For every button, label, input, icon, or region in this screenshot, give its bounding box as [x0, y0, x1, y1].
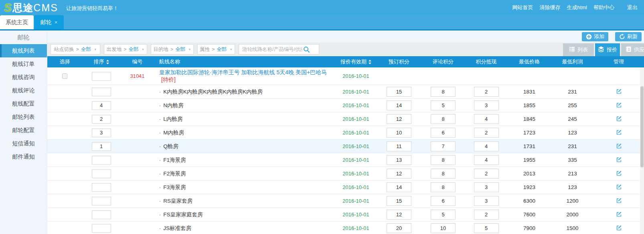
sort-order-input[interactable] [92, 197, 111, 206]
cell-sort [82, 101, 120, 110]
scrollbar-thumb[interactable] [640, 86, 644, 167]
cell-booking-points [377, 223, 421, 233]
booking-points-input[interactable] [387, 169, 411, 179]
product-title-link[interactable]: 皇家加勒比国际游轮·海洋帝王号 加勒比海航线 5天4晚 美国+巴哈马 [159, 69, 327, 75]
edit-button[interactable] [615, 169, 623, 179]
tab-system-home[interactable]: 系统主页 [0, 15, 34, 29]
review-points-input[interactable] [431, 155, 456, 165]
filter-destination[interactable]: 目的地>全部▼ [151, 44, 194, 55]
review-points-input[interactable] [431, 210, 456, 220]
header-link-logout[interactable]: 退出 [627, 4, 638, 11]
booking-points-input[interactable] [387, 114, 411, 124]
header-link-generate-html[interactable]: 生成html [567, 4, 587, 11]
column-header-sort[interactable]: 排序 [82, 58, 120, 65]
edit-button[interactable] [615, 196, 623, 206]
booking-points-input[interactable] [387, 196, 411, 206]
sort-order-input[interactable] [92, 101, 111, 110]
header-link-site-home[interactable]: 网站首页 [512, 4, 533, 11]
review-points-input[interactable] [431, 182, 456, 192]
booking-points-input[interactable] [387, 141, 411, 151]
review-points-input[interactable] [431, 87, 456, 97]
points-cash-input[interactable] [474, 223, 499, 233]
booking-points-input[interactable] [387, 155, 411, 165]
booking-points-input[interactable] [387, 87, 411, 97]
edit-button[interactable] [615, 142, 623, 151]
points-cash-input[interactable] [474, 210, 499, 220]
review-points-input[interactable] [431, 196, 456, 206]
tab-cruise[interactable]: 邮轮× [34, 15, 64, 29]
review-points-input[interactable] [431, 223, 456, 233]
filter-site[interactable]: 站点切换>全部▼ [51, 44, 100, 55]
points-cash-input[interactable] [474, 141, 499, 151]
sort-arrows-icon[interactable] [106, 60, 109, 64]
brand-logo[interactable]: S 思途 CMS [4, 1, 58, 14]
points-cash-input[interactable] [474, 100, 499, 110]
sort-arrows-icon[interactable] [369, 60, 371, 64]
sidebar-item-route-orders[interactable]: 航线订单 [0, 57, 47, 71]
review-points-input[interactable] [431, 114, 456, 124]
column-header-review_points: 评论积分 [421, 58, 465, 65]
points-cash-input[interactable] [474, 182, 499, 192]
column-header-valid_date[interactable]: 报价有效期 [335, 58, 377, 65]
booking-points-input[interactable] [387, 182, 411, 192]
edit-button[interactable] [615, 183, 623, 192]
sort-order-input[interactable] [92, 183, 111, 192]
booking-points-input[interactable] [387, 210, 411, 220]
review-points-input[interactable] [431, 128, 456, 138]
points-cash-input[interactable] [474, 128, 499, 138]
view-toggle-quote[interactable]: 报价 [595, 43, 620, 56]
booking-points-input[interactable] [387, 100, 411, 110]
review-points-input[interactable] [431, 141, 456, 151]
main-panel: 添加 刷新 站点切换>全部▼出发地>全部▼目的地>全部▼属性>全部▼ 列表报价供… [47, 31, 644, 234]
sort-order-input[interactable] [92, 142, 111, 151]
edit-button[interactable] [615, 114, 623, 124]
points-cash-input[interactable] [474, 196, 499, 206]
filter-attribute[interactable]: 属性>全部▼ [197, 44, 235, 55]
sidebar-item-route-list[interactable]: 航线列表 [0, 44, 47, 57]
sort-order-input[interactable] [92, 156, 111, 165]
sidebar-item-route-comments[interactable]: 航线评论 [0, 84, 47, 97]
edit-button[interactable] [615, 224, 623, 233]
search-input[interactable] [239, 47, 303, 52]
sidebar-item-cruise-config[interactable]: 邮轮配置 [0, 124, 47, 137]
sidebar-item-sms-notice[interactable]: 短信通知 [0, 137, 47, 150]
header-link-clear-cache[interactable]: 清除缓存 [539, 4, 560, 11]
sort-order-input[interactable] [92, 169, 111, 178]
sort-order-input[interactable] [92, 115, 111, 124]
sidebar-item-email-notice[interactable]: 邮件通知 [0, 150, 47, 163]
sidebar-item-cruise-list[interactable]: 邮轮列表 [0, 110, 47, 124]
view-toggle-supplier[interactable]: 供应商 [621, 43, 644, 56]
column-header-booking_points: 预订积分 [377, 58, 421, 65]
sidebar-item-route-inquiries[interactable]: 航线咨询 [0, 71, 47, 84]
cabin-name: JS标准套房 [163, 225, 191, 231]
refresh-button[interactable]: 刷新 [615, 32, 642, 41]
row-checkbox[interactable] [62, 73, 67, 79]
points-cash-input[interactable] [474, 155, 499, 165]
sort-order-input[interactable] [92, 224, 111, 233]
booking-points-input[interactable] [387, 128, 411, 138]
edit-button[interactable] [615, 101, 623, 110]
sort-order-input[interactable] [92, 72, 111, 81]
cell-points-cash [465, 223, 507, 233]
header-link-help-center[interactable]: 帮助中心 [593, 4, 614, 11]
vertical-scrollbar[interactable] [640, 67, 644, 234]
sort-order-input[interactable] [92, 128, 111, 137]
sort-order-input[interactable] [92, 210, 111, 219]
review-points-input[interactable] [431, 100, 456, 110]
booking-points-input[interactable] [387, 223, 411, 233]
edit-button[interactable] [615, 87, 623, 97]
sort-order-input[interactable] [92, 87, 111, 96]
edit-button[interactable] [615, 155, 623, 165]
view-toggle-list[interactable]: 列表 [563, 43, 594, 56]
points-cash-input[interactable] [474, 114, 499, 124]
review-points-input[interactable] [431, 169, 456, 179]
edit-button[interactable] [615, 210, 623, 220]
close-icon[interactable]: × [55, 20, 58, 25]
search-icon[interactable] [303, 46, 310, 53]
points-cash-input[interactable] [474, 87, 499, 97]
points-cash-input[interactable] [474, 169, 499, 179]
sidebar-item-route-config[interactable]: 航线配置 [0, 97, 47, 110]
add-button[interactable]: 添加 [582, 32, 608, 41]
edit-button[interactable] [615, 128, 623, 138]
filter-departure[interactable]: 出发地>全部▼ [104, 44, 147, 55]
